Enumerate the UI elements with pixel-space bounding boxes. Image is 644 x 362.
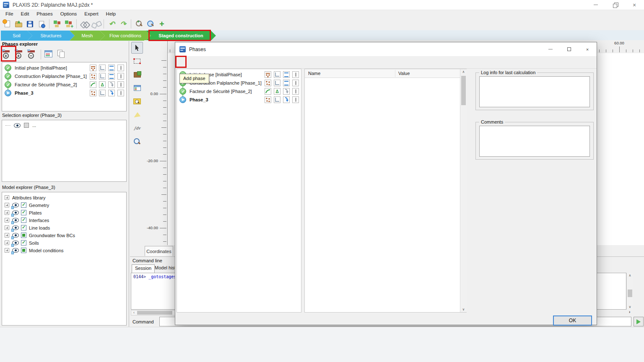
menu-options[interactable]: Options (57, 11, 81, 17)
menu-file[interactable]: File (2, 11, 17, 17)
table-tool-button[interactable] (131, 82, 143, 94)
tab-structures[interactable]: Structures (27, 31, 75, 41)
tri-tool-button[interactable] (131, 109, 143, 121)
generate-mesh-button[interactable] (52, 18, 63, 29)
copy-button[interactable] (56, 49, 67, 60)
magnify-tool-button[interactable] (131, 136, 143, 147)
tree-item-attributes-library[interactable]: Attributes library (2, 194, 126, 202)
pan-button[interactable]: + (156, 18, 167, 29)
tree-item-soils[interactable]: Soils (2, 239, 126, 247)
tab-mesh[interactable]: Mesh (70, 31, 105, 41)
open-button[interactable] (13, 18, 24, 29)
tab-coordinates[interactable]: Coordinates (145, 246, 173, 256)
tree-item-plates[interactable]: Plates (2, 209, 126, 217)
redo-button[interactable]: ↷ (117, 18, 129, 29)
selrect-tool-button[interactable] (131, 55, 143, 67)
log-info-textarea[interactable] (479, 76, 590, 107)
tree-checkbox[interactable] (21, 217, 26, 223)
phase-row[interactable]: Phase_3 (2, 89, 126, 97)
link-button[interactable] (79, 18, 90, 29)
tree-label: Line loads (29, 225, 50, 230)
tree-checkbox[interactable] (21, 225, 26, 230)
expand-icon[interactable] (5, 195, 9, 200)
tab-soil[interactable]: Soil (1, 31, 32, 41)
minimize-button[interactable] (586, 0, 605, 10)
phase-row[interactable]: Phase_3 (177, 96, 301, 104)
ruler-label: 0.00 (151, 91, 158, 96)
tree-item-groundwater-flow-bcs[interactable]: Groundwater flow BCs (2, 232, 126, 239)
ruler-label: -20.00 (147, 158, 158, 163)
visibility-eye-icon[interactable] (14, 123, 21, 128)
zoom-rectangle-button[interactable] (145, 18, 156, 29)
export-doc-button[interactable] (36, 18, 47, 29)
phase-row[interactable]: Facteur de Sécurité [Phase_2] (177, 87, 301, 96)
scroll-down-icon[interactable]: ∨ (460, 307, 467, 312)
dialog-minimize-button[interactable] (541, 42, 560, 56)
zoom-in-button[interactable] (133, 18, 145, 29)
tree-checkbox[interactable] (21, 240, 26, 246)
new-project-button[interactable] (2, 18, 13, 29)
scroll-up-icon[interactable]: ∧ (460, 69, 467, 75)
dialog-close-button[interactable]: × (578, 42, 597, 56)
visibility-eye-icon[interactable] (12, 210, 19, 215)
expand-icon[interactable] (5, 233, 9, 238)
scroll-down-icon[interactable]: ∨ (627, 304, 633, 310)
console-expand-icon[interactable]: › (629, 310, 630, 314)
run-command-button[interactable] (634, 317, 644, 326)
visibility-eye-icon[interactable] (12, 225, 19, 230)
tree-item-geometry[interactable]: Geometry (2, 202, 126, 209)
menu-expert[interactable]: Expert (80, 11, 102, 17)
visibility-eye-icon[interactable] (12, 233, 19, 238)
tree-checkbox[interactable] (21, 233, 26, 238)
scroll-up-icon[interactable]: ∧ (627, 273, 633, 278)
phase-row[interactable]: Construction Palplanche [Phase_1] (2, 72, 126, 80)
save-button[interactable] (24, 18, 36, 29)
grid-vscrollbar[interactable]: ∧ ∨ (460, 69, 467, 312)
tab-session[interactable]: Session (132, 264, 155, 273)
undo-button[interactable]: ↶ (106, 18, 117, 29)
tree-item-model-conditions[interactable]: Model conditions (2, 247, 126, 254)
cursor-tool-button[interactable] (131, 42, 143, 54)
generate-plus-button[interactable] (63, 18, 74, 29)
expand-icon[interactable] (5, 218, 9, 222)
phase-row[interactable]: Facteur de Sécurité [Phase_2] (2, 80, 126, 89)
menu-edit[interactable]: Edit (17, 11, 33, 17)
menu-help[interactable]: Help (102, 11, 120, 17)
console-hscrollbar[interactable]: ‹ (131, 310, 178, 315)
staged-icon (274, 80, 280, 86)
ok-button[interactable]: OK (553, 315, 592, 326)
selection-checkbox[interactable] (24, 123, 29, 128)
tree-checkbox[interactable] (21, 202, 26, 208)
tree-item-line-loads[interactable]: Line loads (2, 224, 126, 232)
tree-item-interfaces[interactable]: Interfaces (2, 217, 126, 224)
expand-icon[interactable] (5, 248, 9, 253)
close-button[interactable]: × (625, 0, 644, 10)
visibility-eye-icon[interactable] (12, 240, 19, 245)
dialog-maximize-button[interactable] (560, 42, 578, 56)
expand-icon[interactable] (5, 210, 9, 215)
visibility-eye-icon[interactable] (12, 203, 19, 207)
dialog-title: Phases (189, 47, 206, 52)
menu-phases[interactable]: Phases (33, 11, 56, 17)
visibility-eye-icon[interactable] (12, 218, 19, 222)
expand-icon[interactable] (5, 225, 9, 230)
visibility-eye-icon[interactable] (12, 248, 19, 253)
scroll-left-icon[interactable]: ‹ (131, 310, 137, 315)
tree-checkbox[interactable] (21, 210, 26, 215)
edit-phase-button[interactable] (43, 49, 55, 60)
zoomobj-tool-button[interactable] (131, 96, 143, 107)
restore-button[interactable] (605, 0, 625, 10)
command-label: Command (132, 319, 154, 324)
integral-tool-button[interactable]: ∫dv (131, 122, 143, 134)
tree-checkbox[interactable] (21, 248, 26, 253)
expand-icon[interactable] (5, 203, 9, 207)
phases-explorer-toolbar: ++− (1, 47, 127, 61)
unlink-button[interactable] (90, 18, 101, 29)
delete-phase-button[interactable]: − (26, 49, 37, 60)
tab-flow-conditions[interactable]: Flow conditions (100, 31, 151, 41)
soil-tool-button[interactable] (131, 69, 143, 80)
expand-icon[interactable] (5, 240, 9, 245)
phase-row[interactable]: Initial phase [InitialPhase] (2, 64, 126, 72)
comments-textarea[interactable] (479, 126, 590, 157)
console-vscrollbar[interactable]: ∧ ∨ (626, 273, 633, 310)
